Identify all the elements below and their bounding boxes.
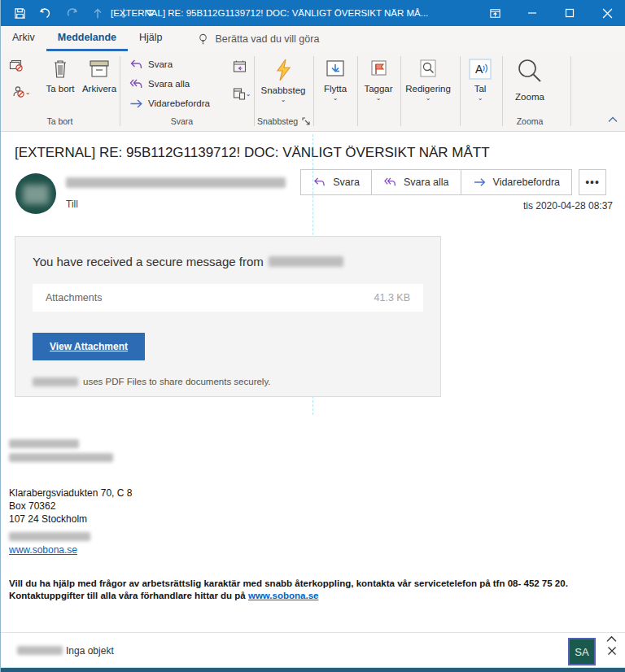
group-label-ta-bort: Ta bort [25,116,94,126]
reply-button[interactable]: Svara [129,56,173,72]
group-label-zooma: Zooma [501,116,558,126]
archive-button[interactable]: Arkivera [79,58,120,94]
tab-arkiv[interactable]: Arkiv [1,26,46,51]
signature-address-line: Klarabergsviadukten 70, C 8 [9,487,132,500]
move-button[interactable]: Flytta ⌄ [317,58,354,101]
view-attachment-button[interactable]: View Attachment [33,333,145,360]
group-label-svara: Svara [147,116,216,126]
profile-badge[interactable]: SA [568,638,596,665]
save-icon[interactable] [12,6,27,20]
tab-meddelande[interactable]: Meddelande [46,26,128,51]
status-bar: Inga objekt SA [1,632,625,667]
attachments-row[interactable]: Attachments 41.3 KB [33,284,423,312]
ribbon: ⌄ Ta bort Arkivera Ta bort Svara Svara a… [1,51,625,132]
pdf-note-text: uses PDF Files to share documents secure… [83,377,271,386]
reply-all-action-label: Svara alla [404,177,449,188]
maximize-button[interactable] [551,0,588,26]
ignore-button[interactable] [7,58,25,74]
reply-arrow-icon [312,177,326,188]
signature-box-line: Box 70362 [9,500,55,513]
forward-arrow-icon [473,177,487,188]
share-button[interactable]: ⌄ [227,85,256,102]
secure-message-heading: You have received a secure message from [33,255,264,268]
status-redacted [17,646,63,655]
meeting-button[interactable] [230,58,248,74]
reply-label: Svara [148,59,173,69]
more-actions-button[interactable]: ••• [579,169,606,195]
window-title: [EXTERNAL] RE: 95B112G1139712! DOC: VÄNL… [111,0,428,26]
forward-label: Vidarebefordra [148,98,210,108]
reply-action-label: Svara [333,177,360,188]
message-actions: Svara Svara alla Vidarebefordra ••• [301,169,606,195]
secure-sender-redacted [269,256,343,267]
close-panel-icon[interactable] [607,646,617,656]
reply-action-button[interactable]: Svara [300,169,372,195]
message-subject: [EXTERNAL] RE: 95B112G1139712! DOC: VÄNL… [15,145,490,161]
footer-website-link[interactable]: www.sobona.se [248,591,318,600]
reply-all-button[interactable]: Svara alla [129,76,190,92]
quick-steps-label: Snabbsteg [261,85,306,96]
view-attachment-label: View Attachment [50,341,128,352]
expand-icon[interactable] [606,635,617,643]
pdf-note-sender-redacted [33,377,78,386]
delete-label: Ta bort [46,84,74,94]
editing-label: Redigering [405,84,451,94]
tell-me-box[interactable]: Berätta vad du vill göra [197,33,320,46]
group-label-snabbsteg: Snabbsteg [249,116,306,126]
bottom-accent-strip [1,667,625,672]
signature-phone-redacted [9,532,90,541]
move-dropdown-icon: ⌄ [333,96,339,101]
forward-action-button[interactable]: Vidarebefordra [461,169,572,195]
move-label: Flytta [324,84,347,94]
share-dropdown-icon: ⌄ [246,92,251,97]
popout-icon[interactable] [476,0,514,26]
signature-name-redacted [9,439,79,448]
secure-message-card: You have received a secure message from … [15,236,441,397]
signature-website-link[interactable]: www.sobona.se [9,543,77,556]
archive-label: Arkivera [82,84,116,94]
attachments-label: Attachments [46,292,102,303]
forward-button[interactable]: Vidarebefordra [129,95,210,111]
undo-icon[interactable] [38,6,53,20]
close-button[interactable] [588,0,625,26]
lightbulb-icon [197,33,209,46]
zoom-label: Zooma [515,92,544,103]
speech-label: Tal [474,84,487,94]
forward-action-label: Vidarebefordra [493,177,560,188]
quick-steps-button[interactable]: Snabbsteg ⌄ [256,58,310,103]
redo-icon [64,6,79,20]
ribbon-tabs: Arkiv Meddelande Hjälp Berätta vad du vi… [1,26,625,51]
tell-me-label: Berätta vad du vill göra [216,33,320,45]
delete-button[interactable]: Ta bort [43,58,77,94]
tags-button[interactable]: Taggar ⌄ [360,58,397,101]
snabbsteg-dialog-launcher-icon[interactable] [302,117,310,125]
speech-dropdown-icon: ⌄ [478,96,483,101]
tab-hjalp[interactable]: Hjälp [128,26,174,51]
status-no-items: Inga objekt [66,645,114,657]
speech-button[interactable]: A Tal ⌄ [462,58,498,101]
tags-label: Taggar [364,84,392,94]
sender-name-redacted [66,177,286,188]
junk-button[interactable]: ⌄ [7,84,35,100]
junk-dropdown-icon: ⌄ [25,90,31,95]
outlook-message-window: [EXTERNAL] RE: 95B112G1139712! DOC: VÄNL… [0,0,625,672]
titlebar: [EXTERNAL] RE: 95B112G1139712! DOC: VÄNL… [1,0,625,26]
zoom-button[interactable]: Zooma [505,56,555,103]
collapse-ribbon-icon[interactable] [608,116,618,123]
footer-paragraph: Vill du ha hjälp med frågor av arbetsrät… [9,578,613,602]
message-body: You have received a secure message from … [1,228,625,632]
signature-city-line: 107 24 Stockholm [9,513,87,526]
reply-all-arrow-icon [383,177,397,188]
editing-button[interactable]: Redigering ⌄ [403,58,453,101]
reply-all-label: Svara alla [148,79,190,89]
previous-item-icon [90,6,105,20]
reply-all-action-button[interactable]: Svara alla [371,169,461,195]
signature-title-redacted [9,453,113,462]
tags-dropdown-icon: ⌄ [376,96,382,101]
attachments-size: 41.3 KB [374,292,410,303]
quick-steps-dropdown-icon: ⌄ [281,98,286,103]
svg-text:A: A [475,63,483,76]
editing-dropdown-icon: ⌄ [426,96,431,101]
message-timestamp: tis 2020-04-28 08:37 [523,200,613,212]
minimize-button[interactable] [514,0,551,26]
